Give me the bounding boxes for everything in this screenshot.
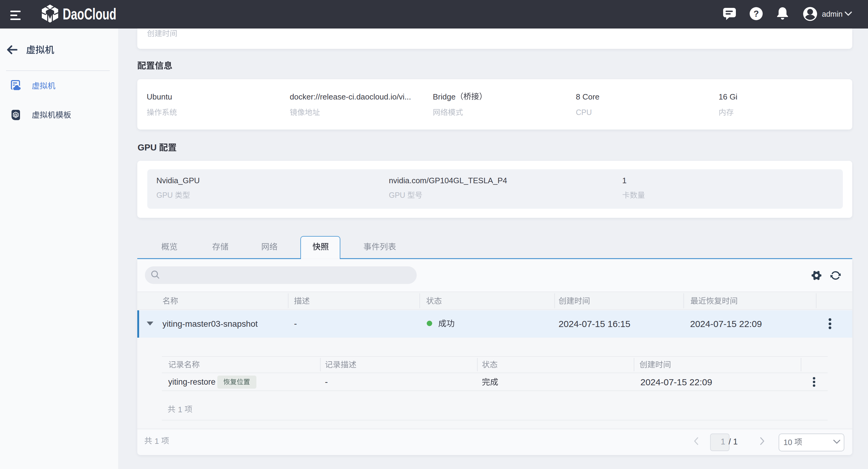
svg-text:?: ? xyxy=(753,9,759,19)
